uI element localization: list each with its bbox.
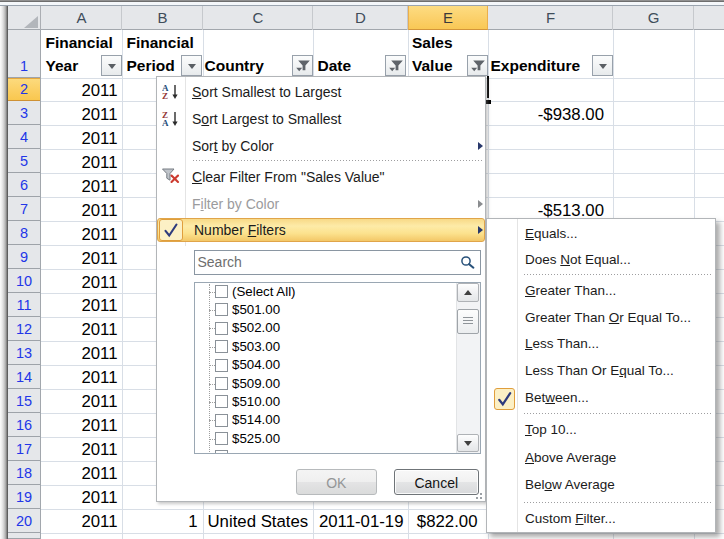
svg-text:Z: Z bbox=[162, 91, 168, 100]
svg-text:A: A bbox=[162, 118, 169, 127]
